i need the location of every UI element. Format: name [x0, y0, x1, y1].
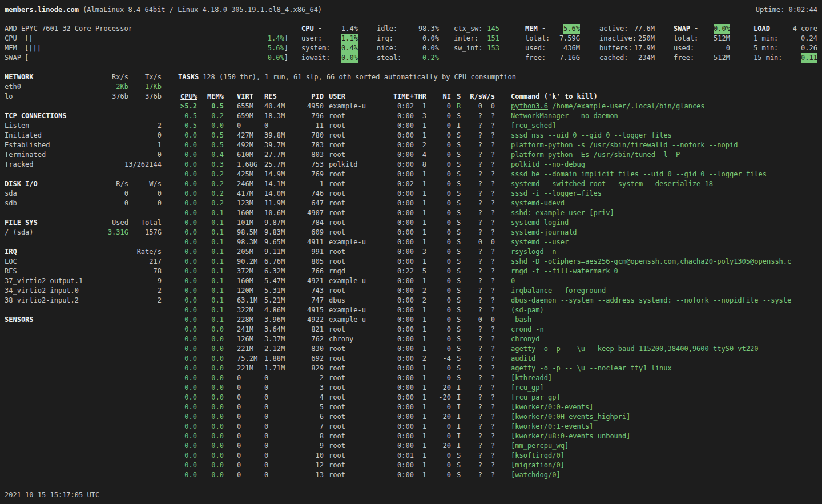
cell-res: 14.0M — [264, 189, 296, 199]
bracket-open: [ — [25, 34, 29, 43]
cell-pid: 753 — [296, 160, 324, 170]
cell-user: dbus — [324, 296, 377, 305]
col-header-virt[interactable]: VIRT — [224, 92, 264, 102]
process-row-4915[interactable]: 0.00.1322M4.86M4915example-u0:0010S??(sd… — [178, 305, 822, 315]
cell-io-read: ? — [466, 441, 482, 451]
cell-ni: 0 — [426, 296, 451, 305]
cell-virt: 0 — [224, 451, 264, 461]
cell-io-read: ? — [466, 344, 482, 354]
terminal-screen[interactable]: members.linode.com(AlmaLinux 8.4 64bit /… — [0, 0, 822, 504]
process-row-9[interactable]: 0.00.0009root0:001-20I??[mm_percpu_wq] — [178, 441, 822, 451]
stat-label: 15 min: — [754, 53, 783, 63]
cell-status: I — [451, 383, 466, 393]
cell-status: I — [451, 441, 466, 451]
cell-ni: 0 — [426, 257, 451, 267]
cell-time: 0:00 — [377, 218, 414, 228]
cell-thr: 1 — [414, 199, 426, 208]
process-row-3[interactable]: 0.00.0003root0:001-20I??[rcu_gp] — [178, 383, 822, 393]
process-row-6[interactable]: 0.00.0006root0:001-20I??[kworker/0:0H-ev… — [178, 412, 822, 422]
process-row-5[interactable]: 0.00.0005root0:0010I??[kworker/0:0-event… — [178, 402, 822, 412]
col-header-mem[interactable]: MEM% — [197, 92, 224, 102]
process-row-769[interactable]: 0.00.2425M14.9M769root0:0010S??sssd_be -… — [178, 170, 822, 179]
process-row-746[interactable]: 0.00.2417M14.0M746root0:0010S??sssd -i -… — [178, 189, 822, 199]
process-row-4950[interactable]: >5.20.5655M40.4M4950example-u0:0210R00py… — [178, 102, 822, 111]
process-row-747[interactable]: 0.00.163.1M5.21M747dbus0:0020S??dbus-dae… — [178, 296, 822, 305]
sidebar-value: 0 — [87, 150, 162, 160]
process-row-11[interactable]: 0.50.00011root0:0010I??[rcu_sched] — [178, 121, 822, 131]
process-row-821[interactable]: 0.00.0241M3.64M821root0:0010S??crond -n — [178, 325, 822, 334]
cell-mem: 0.1 — [197, 237, 224, 247]
sidebar-sda: sda00 — [5, 189, 162, 199]
cell-io-read: ? — [466, 412, 482, 422]
cell-user: root — [324, 189, 377, 199]
stat-label: idle: — [377, 24, 397, 34]
stat-value: 234M — [638, 53, 655, 63]
cell-io-write: ? — [482, 344, 495, 354]
process-row-13[interactable]: 0.00.00013root0:0010S??[watchdog/0] — [178, 470, 822, 480]
stat-value: 5.6% — [563, 24, 580, 34]
cell-status: S — [451, 160, 466, 170]
process-row-7[interactable]: 0.00.0007root0:0010I??[kworker/0:1-event… — [178, 422, 822, 432]
cell-time: 0:00 — [377, 131, 414, 140]
process-row-609[interactable]: 0.00.198.5M9.83M609root0:0010S??systemd-… — [178, 228, 822, 237]
stat-total: total:512M — [674, 34, 730, 43]
cell-ni: -20 — [426, 441, 451, 451]
process-row-829[interactable]: 0.00.0221M1.71M829root0:0010S??agetty -o… — [178, 364, 822, 373]
col-header-pid[interactable]: PID — [296, 92, 324, 102]
process-row-991[interactable]: 0.00.1205M9.11M991root0:0030S??rsyslogd … — [178, 247, 822, 257]
sidebar-value: 0 — [87, 131, 162, 140]
cell-io-write: ? — [482, 422, 495, 432]
process-row-783[interactable]: 0.00.5492M39.7M783root0:0020S??platform-… — [178, 140, 822, 150]
cell-io-write: ? — [482, 441, 495, 451]
sidebar-sensors: SENSORS — [5, 315, 162, 325]
cell-cpu: 0.0 — [178, 373, 197, 383]
process-row-692[interactable]: 0.00.075.2M1.88M692root0:002-4S??auditd — [178, 354, 822, 364]
process-row-780[interactable]: 0.00.5427M39.8M780root0:0010S??sssd_nss … — [178, 131, 822, 140]
cell-status: S — [451, 247, 466, 257]
process-row-647[interactable]: 0.00.2123M11.9M647root0:0010S??systemd-u… — [178, 199, 822, 208]
cell-res: 0 — [264, 383, 296, 393]
cell-io-read: ? — [466, 179, 482, 189]
process-row-4922[interactable]: 0.00.1228M3.96M4922example-u0:0010S00-ba… — [178, 315, 822, 325]
cell-ni: 0 — [426, 432, 451, 441]
cell-res: 9.83M — [264, 228, 296, 237]
process-row-803[interactable]: 0.00.4610M27.7M803root0:0040S??platform-… — [178, 150, 822, 160]
cell-command: [rcu_sched] — [495, 121, 822, 131]
cell-cpu: 0.0 — [178, 325, 197, 334]
cell-cpu: 0.0 — [178, 257, 197, 267]
tasks-sort-mode: sorted automatically by CPU consumption — [355, 73, 516, 81]
process-row-2[interactable]: 0.00.0002root0:0010S??[kthreadd] — [178, 373, 822, 383]
cell-io-read: ? — [466, 247, 482, 257]
col-header-user[interactable]: USER — [324, 92, 377, 102]
process-row-762[interactable]: 0.00.0126M3.37M762chrony0:0010S??chronyd — [178, 334, 822, 344]
cell-user: root — [324, 373, 377, 383]
cell-io-read: ? — [466, 325, 482, 334]
cell-pid: 11 — [296, 121, 324, 131]
col-header-cpu[interactable]: CPU% — [178, 92, 197, 102]
process-row-796[interactable]: 0.50.2659M18.3M796root0:0030S??NetworkMa… — [178, 111, 822, 121]
col-header-res[interactable]: RES — [264, 92, 296, 102]
process-row-1[interactable]: 0.00.2246M14.1M1root0:0210S??systemd --s… — [178, 179, 822, 189]
process-row-4911[interactable]: 0.00.198.3M9.65M4911example-u0:0010S00sy… — [178, 237, 822, 247]
stat-value: 17.9M — [634, 43, 655, 53]
process-row-805[interactable]: 0.00.190.2M6.76M805root0:0010S??sshd -D … — [178, 257, 822, 267]
process-row-4921[interactable]: 0.00.1160M5.47M4921example-u0:0010S??0 — [178, 276, 822, 286]
process-row-743[interactable]: 0.00.1120M5.31M743root0:0020S??irqbalanc… — [178, 286, 822, 296]
process-row-8[interactable]: 0.00.0008root0:0010I??[kworker/u8:0-even… — [178, 432, 822, 441]
process-row-784[interactable]: 0.00.1101M9.87M784root0:0010S??systemd-l… — [178, 218, 822, 228]
col-header-time[interactable]: TIME+ — [377, 92, 414, 102]
stat-label: total: — [525, 34, 550, 43]
cell-user: root — [324, 412, 377, 422]
process-row-12[interactable]: 0.00.00012root0:0010S??[migration/0] — [178, 461, 822, 470]
tasks-counts: 128 (150 thr), 1 run, 61 slp, 66 oth — [203, 73, 351, 81]
cell-mem: 0.0 — [197, 461, 224, 470]
cell-cpu: 0.0 — [178, 344, 197, 354]
process-row-753[interactable]: 0.00.31.68G25.7M753polkitd0:0080S??polki… — [178, 160, 822, 170]
process-row-4[interactable]: 0.00.0004root0:001-20I??[rcu_par_gp] — [178, 393, 822, 402]
stat-steal: steal:0.2% — [377, 53, 439, 63]
cell-thr: 1 — [414, 432, 426, 441]
process-row-830[interactable]: 0.00.0221M2.12M830root0:0010S??agetty -o… — [178, 344, 822, 354]
process-row-766[interactable]: 0.00.1372M6.32M766rngd0:2250S??rngd -f -… — [178, 267, 822, 276]
process-row-4907[interactable]: 0.00.1160M10.6M4907root0:0010S??sshd: ex… — [178, 208, 822, 218]
process-row-10[interactable]: 0.00.00010root0:0110S??[ksoftirqd/0] — [178, 451, 822, 461]
